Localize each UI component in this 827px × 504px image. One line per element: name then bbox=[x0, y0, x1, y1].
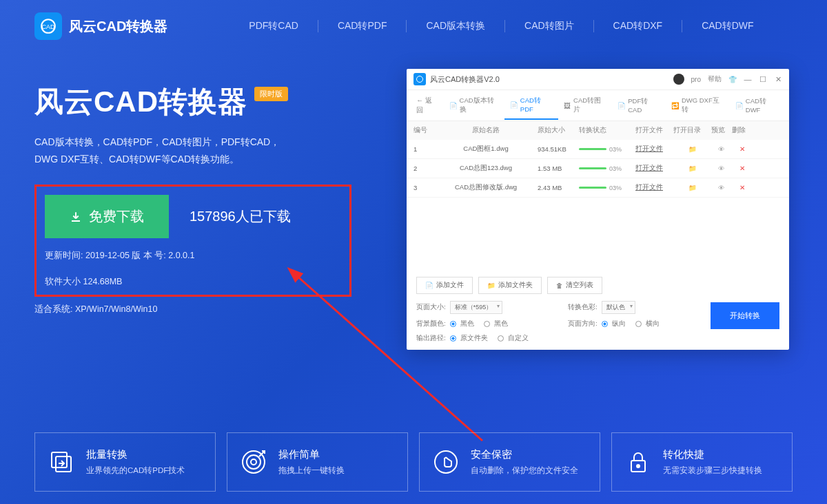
close-button[interactable]: ✕ bbox=[774, 75, 782, 84]
touch-icon bbox=[431, 447, 461, 477]
table-row: 2CAD总图123.dwg1.53 MB03%打开文件📁👁✕ bbox=[407, 159, 789, 178]
user-label[interactable]: pro bbox=[691, 76, 701, 83]
app-window: 风云CAD转换器V2.0 pro 帮助 👕 — ☐ ✕ ← 返回 📄CAD版本转… bbox=[407, 69, 789, 350]
out-radio-custom[interactable] bbox=[498, 335, 504, 342]
svg-text:CAD: CAD bbox=[42, 23, 54, 30]
open-file-link[interactable]: 打开文件 bbox=[635, 145, 673, 154]
orient-radio-v[interactable] bbox=[602, 321, 608, 327]
file-icon: 📄 bbox=[425, 282, 433, 289]
page-size-label: 页面大小: bbox=[416, 303, 446, 312]
nav-cad-to-dwf[interactable]: CAD转DWF bbox=[682, 20, 773, 32]
feature-title: 批量转换 bbox=[86, 448, 185, 461]
nav-cad-to-dxf[interactable]: CAD转DXF bbox=[594, 20, 683, 32]
hero-title: 风云CAD转换器 bbox=[34, 83, 247, 121]
hero: 风云CAD转换器 限时版 CAD版本转换，CAD转PDF，CAD转图片，PDF转… bbox=[34, 83, 351, 315]
help-link[interactable]: 帮助 bbox=[708, 74, 722, 84]
table-row: 1CAD图框1.dwg934.51KB03%打开文件📁👁✕ bbox=[407, 140, 789, 159]
col-name: 原始名路 bbox=[434, 126, 538, 135]
feature-title: 安全保密 bbox=[471, 448, 578, 461]
highlight-box: 免费下载 157896人已下载 更新时间: 2019-12-05 版 本 号: … bbox=[34, 185, 351, 297]
doc-icon: 📄 bbox=[735, 101, 744, 109]
svg-point-2 bbox=[417, 76, 423, 83]
orient-radio-h[interactable] bbox=[635, 321, 642, 327]
header: CAD 风云CAD转换器 PDF转CAD CAD转PDF CAD版本转换 CAD… bbox=[0, 0, 827, 52]
add-file-button[interactable]: 📄添加文件 bbox=[416, 277, 473, 294]
app-titlebar: 风云CAD转换器V2.0 pro 帮助 👕 — ☐ ✕ bbox=[407, 69, 789, 90]
hero-badge: 限时版 bbox=[254, 87, 288, 101]
tab-cad-to-pdf[interactable]: 📄CAD转PDF bbox=[504, 91, 558, 120]
tab-cad-to-img[interactable]: 🖼CAD转图片 bbox=[558, 91, 613, 120]
open-folder-icon[interactable]: 📁 bbox=[673, 165, 711, 172]
minimize-button[interactable]: — bbox=[744, 75, 752, 83]
bg-label: 背景颜色: bbox=[416, 319, 446, 328]
target-icon bbox=[238, 447, 269, 477]
orient-label: 页面方向: bbox=[568, 319, 598, 328]
cell-idx: 3 bbox=[414, 184, 434, 191]
skin-icon[interactable]: 👕 bbox=[728, 76, 737, 83]
preview-icon[interactable]: 👁 bbox=[711, 145, 732, 153]
preview-icon[interactable]: 👁 bbox=[711, 165, 732, 172]
cell-size: 934.51KB bbox=[538, 145, 579, 153]
features: 批量转换 业界领先的CAD转PDF技术 操作简单 拖拽上传一键转换 安全保密 自… bbox=[34, 432, 793, 492]
hero-desc-line1: CAD版本转换，CAD转PDF，CAD转图片，PDF转CAD， bbox=[34, 134, 351, 151]
avatar-icon[interactable] bbox=[673, 74, 684, 85]
tab-dwg-dxf[interactable]: 🔁DWG DXF互转 bbox=[666, 91, 730, 120]
feature-title: 操作简单 bbox=[278, 448, 345, 461]
bg-radio-white[interactable] bbox=[484, 321, 490, 327]
nav-cad-to-img[interactable]: CAD转图片 bbox=[505, 20, 594, 32]
color-label: 转换色彩: bbox=[568, 303, 598, 312]
col-openfile: 打开文件 bbox=[635, 126, 673, 135]
tab-cad-to-dwf[interactable]: 📄CAD转DWF bbox=[730, 92, 785, 119]
meta-size: 软件大小 124.68MB bbox=[45, 274, 341, 291]
download-button[interactable]: 免费下载 bbox=[45, 195, 169, 238]
bg-radio-black[interactable] bbox=[450, 321, 456, 327]
nav-cad-to-pdf[interactable]: CAD转PDF bbox=[318, 20, 407, 32]
table-header: 编号 原始名路 原始大小 转换状态 打开文件 打开目录 预览 删除 bbox=[407, 121, 789, 140]
open-folder-icon[interactable]: 📁 bbox=[673, 145, 711, 153]
nav: PDF转CAD CAD转PDF CAD版本转换 CAD转图片 CAD转DXF C… bbox=[229, 20, 773, 32]
cell-size: 1.53 MB bbox=[538, 165, 579, 172]
delete-icon[interactable]: ✕ bbox=[732, 165, 753, 172]
page-size-select[interactable]: 标准（*595） bbox=[450, 301, 503, 314]
col-delete: 删除 bbox=[732, 126, 753, 135]
feature-simple: 操作简单 拖拽上传一键转换 bbox=[227, 432, 408, 492]
feature-desc: 无需安装步骤三步快捷转换 bbox=[663, 465, 762, 476]
svg-point-11 bbox=[637, 465, 640, 468]
open-file-link[interactable]: 打开文件 bbox=[635, 164, 673, 173]
col-preview: 预览 bbox=[711, 126, 732, 135]
open-folder-icon[interactable]: 📁 bbox=[673, 184, 711, 191]
nav-cad-version[interactable]: CAD版本转换 bbox=[407, 20, 505, 32]
table-row: 3CAD总图修改版.dwg2.43 MB03%打开文件📁👁✕ bbox=[407, 178, 789, 198]
logo[interactable]: CAD 风云CAD转换器 bbox=[34, 12, 167, 40]
meta-update: 更新时间: 2019-12-05 版 本 号: 2.0.0.1 bbox=[45, 248, 341, 264]
preview-icon[interactable]: 👁 bbox=[711, 184, 732, 191]
svg-point-9 bbox=[435, 451, 457, 473]
add-folder-button[interactable]: 📁添加文件夹 bbox=[478, 277, 542, 294]
svg-point-7 bbox=[247, 455, 261, 469]
cell-name: CAD总图123.dwg bbox=[434, 164, 538, 173]
hero-desc: CAD版本转换，CAD转PDF，CAD转图片，PDF转CAD， DWG DXF互… bbox=[34, 134, 351, 168]
open-file-link[interactable]: 打开文件 bbox=[635, 183, 673, 192]
delete-icon[interactable]: ✕ bbox=[732, 145, 753, 153]
clear-list-button[interactable]: 🗑清空列表 bbox=[547, 277, 602, 294]
back-button[interactable]: ← 返回 bbox=[411, 90, 444, 120]
tab-pdf-to-cad[interactable]: 📄PDF转CAD bbox=[612, 92, 666, 119]
swap-icon: 🔁 bbox=[671, 101, 680, 109]
out-radio-same[interactable] bbox=[450, 335, 456, 342]
tab-cad-version[interactable]: 📄CAD版本转换 bbox=[444, 91, 504, 120]
cell-progress: 03% bbox=[579, 146, 635, 153]
feature-desc: 业界领先的CAD转PDF技术 bbox=[86, 465, 185, 476]
color-select[interactable]: 默认色 bbox=[602, 301, 635, 314]
convert-button[interactable]: 开始转换 bbox=[711, 302, 779, 329]
doc-icon: 📄 bbox=[449, 101, 458, 109]
cell-progress: 03% bbox=[579, 185, 635, 191]
nav-pdf-to-cad[interactable]: PDF转CAD bbox=[229, 20, 318, 32]
col-status: 转换状态 bbox=[579, 126, 635, 135]
svg-rect-4 bbox=[52, 452, 67, 468]
feature-secure: 安全保密 自动删除，保护您的文件安全 bbox=[419, 432, 600, 492]
feature-batch: 批量转换 业界领先的CAD转PDF技术 bbox=[34, 432, 216, 492]
cell-progress: 03% bbox=[579, 165, 635, 172]
maximize-button[interactable]: ☐ bbox=[759, 75, 767, 84]
doc-icon: 📄 bbox=[617, 101, 626, 109]
delete-icon[interactable]: ✕ bbox=[732, 184, 753, 191]
